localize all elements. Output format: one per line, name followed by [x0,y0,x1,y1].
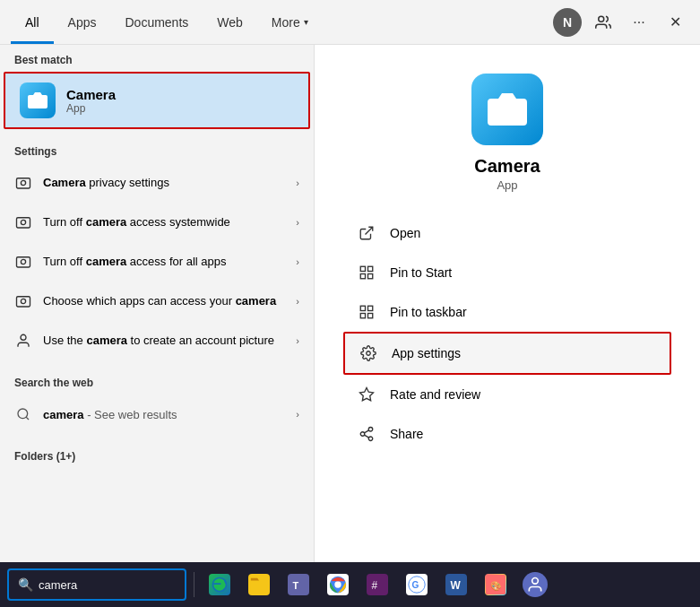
user-avatar-icon [523,572,548,597]
account-text: Use the camera to create an account pict… [43,333,274,349]
taskbar-teams[interactable]: T [281,567,316,603]
svg-point-35 [334,581,341,587]
svg-point-29 [368,437,373,441]
settings-item-systemwide[interactable]: Turn off camera access systemwide › [0,203,314,242]
action-app-settings[interactable]: App settings [343,332,671,375]
systemwide-text: Turn off camera access systemwide [43,214,230,230]
taskbar-slack[interactable]: # [359,567,395,603]
best-match-type: App [66,102,116,115]
svg-rect-5 [17,218,30,228]
google-icon: G [406,574,428,595]
best-match-item[interactable]: Camera App [4,72,310,129]
svg-point-28 [360,432,365,437]
taskbar: 🔍 T [0,562,700,607]
chevron-right-icon-6: › [296,409,299,420]
chevron-right-icon-3: › [296,256,299,267]
svg-rect-22 [368,306,373,310]
taskbar-chrome[interactable] [320,567,356,603]
svg-rect-21 [360,306,365,310]
settings-item-account[interactable]: Use the camera to create an account pict… [0,321,314,360]
web-result-text: camera - See web results [43,408,177,421]
action-pin-taskbar[interactable]: Pin to taskbar [343,292,671,332]
taskbar-search-box[interactable]: 🔍 [7,568,186,601]
people-icon [595,14,611,30]
action-list: Open Pin to Start [343,213,671,454]
svg-point-10 [21,299,25,303]
top-navigation: All Apps Documents Web More ▾ N ··· ✕ [0,0,700,45]
svg-rect-19 [368,274,373,279]
avatar[interactable]: N [553,8,582,37]
svg-point-27 [368,428,373,432]
tab-web[interactable]: Web [203,0,257,44]
app-detail-icon [471,74,543,145]
svg-marker-26 [360,388,374,401]
action-open[interactable]: Open [343,213,671,253]
svg-point-0 [599,16,604,22]
svg-point-11 [21,334,26,340]
svg-point-4 [21,180,25,185]
svg-point-44 [532,578,539,585]
svg-rect-24 [360,314,365,318]
choose-apps-text: Choose which apps can access your camera [43,293,276,309]
tab-more[interactable]: More ▾ [257,0,323,44]
taskbar-user[interactable] [517,567,553,603]
more-options-button[interactable]: ··· [625,8,653,37]
settings-item-all-apps[interactable]: Turn off camera access for all apps › [0,242,314,282]
svg-rect-7 [17,257,30,267]
taskbar-search-input[interactable] [39,578,176,592]
people-icon-button[interactable] [589,8,618,37]
taskbar-edge[interactable] [202,567,238,603]
chevron-right-icon-5: › [296,335,299,346]
taskbar-paint[interactable]: 🎨 [478,567,514,603]
svg-point-6 [21,220,25,224]
action-pin-start[interactable]: Pin to Start [343,253,671,292]
app-detail-header: Camera App [343,74,671,192]
app-detail-name: Camera [474,156,540,177]
svg-point-25 [367,351,371,356]
taskbar-word[interactable]: W [438,567,474,603]
tab-all[interactable]: All [11,0,54,44]
search-web-icon [14,405,32,423]
all-apps-text: Turn off camera access for all apps [43,254,227,270]
app-settings-label: App settings [392,346,461,360]
taskbar-google[interactable]: G [399,567,435,603]
web-search-item[interactable]: camera - See web results › [0,395,314,434]
privacy-settings-text: Camera privacy settings [43,175,169,191]
tab-documents[interactable]: Documents [110,0,203,44]
svg-rect-23 [368,314,373,318]
open-label: Open [390,226,420,240]
chevron-right-icon-4: › [296,296,299,307]
svg-text:T: T [293,580,299,591]
svg-line-16 [366,227,373,234]
camera-settings-icon [14,174,32,192]
teams-icon: T [288,574,309,595]
chrome-icon [327,574,349,595]
best-match-label: Best match [0,45,314,72]
left-panel: Best match Camera App Settings [0,45,314,562]
folder-icon [248,574,270,595]
svg-text:G: G [412,580,419,590]
svg-rect-18 [368,266,373,271]
folders-label: Folders (1+) [0,441,314,468]
camera-apps-icon [14,253,32,271]
camera-off-icon [14,213,32,231]
svg-line-30 [364,435,368,438]
svg-text:#: # [372,579,378,592]
action-share[interactable]: Share [343,414,671,454]
svg-line-13 [26,417,29,420]
settings-item-choose-apps[interactable]: Choose which apps can access your camera… [0,282,314,321]
rate-label: Rate and review [390,387,480,402]
taskbar-file-explorer[interactable] [241,567,277,603]
pin-taskbar-icon [358,303,376,321]
right-panel: Camera App Open [314,45,700,562]
svg-point-15 [503,107,512,116]
chevron-right-icon-2: › [296,217,299,228]
tab-apps[interactable]: Apps [54,0,111,44]
close-button[interactable]: ✕ [661,8,689,37]
camera-icon [27,90,48,111]
action-rate[interactable]: Rate and review [343,375,671,414]
settings-item-privacy[interactable]: Camera privacy settings › [0,163,314,203]
svg-point-2 [36,100,39,103]
svg-rect-9 [17,297,30,307]
svg-point-12 [18,409,28,419]
